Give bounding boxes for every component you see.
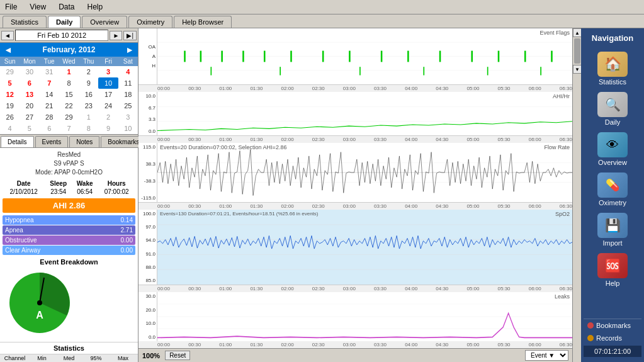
svg-rect-15	[349, 51, 351, 62]
cal-cell[interactable]: 25	[118, 100, 138, 111]
cal-cell[interactable]: 1	[59, 66, 79, 77]
event-dropdown[interactable]: Event ▼	[525, 350, 568, 361]
cal-cell[interactable]: 24	[98, 100, 118, 111]
bottom-bar: 100% Reset Event ▼	[138, 348, 572, 362]
cal-cell[interactable]: 18	[118, 89, 138, 100]
cal-cell[interactable]: 26	[0, 111, 20, 123]
cal-cell[interactable]: 5	[20, 123, 39, 134]
spo2-svg	[157, 210, 572, 285]
sub-tab-events[interactable]: Events	[35, 136, 69, 147]
spo2-y-88: 88.0	[145, 264, 155, 270]
cal-cell[interactable]: 17	[98, 89, 118, 100]
cal-cell[interactable]: 15	[59, 89, 79, 100]
cal-cell[interactable]: 27	[20, 111, 39, 123]
cal-cell[interactable]: 30	[20, 66, 39, 77]
cal-cell[interactable]: 29	[0, 66, 20, 77]
date-jump-btn[interactable]: ▶|	[123, 31, 137, 40]
cal-cell[interactable]: 20	[20, 100, 39, 111]
cal-cell[interactable]: 19	[0, 100, 20, 111]
tab-help-browser[interactable]: Help Browser	[174, 16, 232, 28]
cal-cell[interactable]: 29	[59, 111, 79, 123]
cal-cell[interactable]: 11	[118, 77, 138, 89]
cal-cell[interactable]: 10	[118, 123, 138, 134]
date-display: Fri Feb 10 2012	[15, 30, 109, 41]
cal-cell[interactable]: 2	[79, 66, 98, 77]
cal-cell[interactable]: 1	[79, 111, 98, 123]
cal-cell[interactable]: 4	[118, 66, 138, 77]
cal-cell[interactable]: 31	[40, 66, 59, 77]
chart-scrollbar[interactable]: ▲ ▼	[572, 28, 581, 362]
nav-daily[interactable]: 🔍 Daily	[585, 89, 640, 128]
search-icon: 🔍	[597, 92, 628, 117]
cal-cell[interactable]: 6	[20, 77, 39, 89]
cal-cell[interactable]: 3	[118, 111, 138, 123]
leak-y-0: 0.0	[149, 334, 155, 340]
cal-cell[interactable]: 13	[20, 89, 39, 100]
cal-cell[interactable]: 23	[79, 100, 98, 111]
cal-cell[interactable]: 2	[98, 111, 118, 123]
cal-next-month[interactable]: ►	[125, 45, 134, 55]
menu-help[interactable]: Help	[85, 1, 106, 13]
nav-help[interactable]: 🆘 Help	[585, 251, 640, 290]
oximetry-icon: 💊	[597, 173, 628, 198]
cal-cell[interactable]: 22	[59, 100, 79, 111]
cal-cell[interactable]: 7	[59, 123, 79, 134]
flow-rate-chart: 115.0 38.3 -38.3 -115.0 Events=20 Durati…	[138, 143, 572, 203]
cal-cell[interactable]: 9	[79, 77, 98, 89]
cal-cell[interactable]: 5	[0, 77, 20, 89]
nav-records[interactable]: Records	[584, 332, 641, 344]
cal-cell[interactable]: 8	[59, 77, 79, 89]
x-axis-ef: 00:0000:3001:0001:3002:0002:3003:0003:30…	[157, 85, 572, 92]
sub-tab-notes[interactable]: Notes	[69, 136, 99, 147]
scroll-thumb[interactable]	[574, 38, 580, 64]
cal-cell[interactable]: 16	[79, 89, 98, 100]
x-axis-spo2: 00:0000:3001:0001:3002:0002:3003:0003:30…	[157, 285, 572, 292]
cal-cell[interactable]: 9	[98, 123, 118, 134]
cal-cell[interactable]: 21	[40, 100, 59, 111]
cal-cell[interactable]: 6	[40, 123, 59, 134]
nav-import[interactable]: 💾 Import	[585, 210, 640, 249]
nav-overview[interactable]: 👁 Overview	[585, 130, 640, 169]
tab-statistics[interactable]: Statistics	[3, 16, 47, 28]
cal-cell[interactable]: 8	[79, 123, 98, 134]
x-axis-fr: 00:0000:3001:0001:3002:0002:3003:0003:30…	[157, 203, 572, 210]
cal-cell[interactable]: 28	[40, 111, 59, 123]
menu-edit[interactable]: View	[27, 1, 48, 13]
svg-rect-28	[540, 67, 541, 75]
session-date: 2/10/2012	[3, 188, 45, 196]
menu-data[interactable]: Data	[56, 1, 77, 13]
ahi-title: AHI/Hr	[553, 93, 570, 99]
cal-cell[interactable]: 7	[40, 77, 59, 89]
cal-cell[interactable]: 14	[40, 89, 59, 100]
cal-cell-selected[interactable]: 10	[98, 77, 118, 89]
nav-oximetry[interactable]: 💊 Oximetry	[585, 170, 640, 209]
cal-prev-month[interactable]: ◄	[4, 45, 13, 55]
tab-oximetry[interactable]: Oximetry	[128, 16, 172, 28]
session-hours: 07:00:02	[98, 188, 135, 196]
house-icon: 🏠	[597, 52, 628, 77]
cal-day-tue: Tue	[40, 57, 59, 66]
cal-day-mon: Mon	[20, 57, 39, 66]
scroll-down-btn[interactable]: ▼	[573, 65, 581, 74]
cal-cell[interactable]: 12	[0, 89, 20, 100]
menu-file[interactable]: File	[3, 1, 20, 13]
ahi-chart: 10.0 6.7 3.3 0.0 AHI/Hr	[138, 92, 572, 136]
cal-cell[interactable]: 3	[98, 66, 118, 77]
svg-rect-11	[242, 51, 244, 62]
nav-statistics[interactable]: 🏠 Statistics	[585, 49, 640, 88]
cal-cell[interactable]: 4	[0, 123, 20, 134]
tab-daily[interactable]: Daily	[48, 16, 81, 28]
event-clearairway-label: Clear Airway	[5, 247, 40, 254]
nav-bookmarks[interactable]: Bookmarks	[584, 319, 641, 332]
reset-button[interactable]: Reset	[165, 351, 190, 360]
scroll-up-btn[interactable]: ▲	[573, 28, 581, 37]
sub-tab-details[interactable]: Details	[1, 136, 34, 147]
cal-day-wed: Wed	[59, 57, 79, 66]
cal-day-sat: Sat	[118, 57, 138, 66]
date-prev-btn[interactable]: ◄	[1, 31, 14, 40]
tab-overview[interactable]: Overview	[82, 16, 127, 28]
cal-days-header: Sun Mon Tue Wed Thu Fri Sat	[0, 57, 138, 66]
fr-y-115: 115.0	[143, 144, 155, 150]
event-hypopnea: Hypopnea 0.14	[3, 215, 135, 225]
date-next-btn[interactable]: ►	[110, 31, 122, 40]
